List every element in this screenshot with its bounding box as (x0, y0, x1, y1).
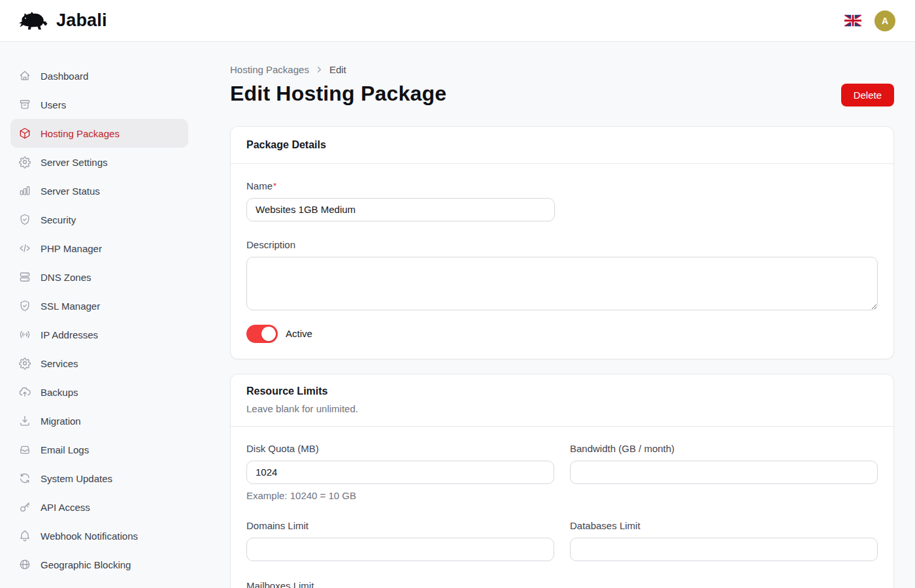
key-icon (18, 500, 31, 514)
sidebar-item-dashboard[interactable]: Dashboard (10, 61, 188, 90)
shield-check-icon (18, 213, 31, 226)
domains-limit-label: Domains Limit (246, 519, 554, 532)
sidebar-nav: DashboardUsersHosting PackagesServer Set… (0, 42, 199, 588)
resource-limits-subtitle: Leave blank for unlimited. (246, 402, 878, 416)
databases-limit-field: Databases Limit (570, 519, 878, 561)
sidebar-item-label: Security (41, 214, 76, 225)
mailboxes-limit-label: Mailboxes Limit (246, 580, 554, 588)
sidebar-item-services[interactable]: Services (10, 349, 188, 378)
toggle-knob-icon (261, 327, 276, 341)
bandwidth-label: Bandwidth (GB / month) (570, 442, 878, 455)
refresh-icon (18, 472, 31, 485)
sidebar-item-label: Backups (41, 387, 78, 398)
inbox-icon (18, 443, 31, 456)
name-input[interactable] (246, 198, 555, 221)
sidebar-item-label: Migration (41, 416, 81, 427)
archive-icon (18, 98, 31, 111)
sidebar-item-label: Server Status (41, 186, 100, 197)
uk-flag-icon[interactable] (844, 14, 861, 27)
sidebar-item-label: Geographic Blocking (41, 559, 131, 570)
broadcast-icon (18, 328, 31, 341)
chevron-right-icon (314, 65, 324, 74)
gear-icon (18, 155, 31, 169)
mailboxes-limit-field: Mailboxes Limit (246, 580, 554, 588)
sidebar-item-ip-addresses[interactable]: IP Addresses (10, 320, 188, 349)
shield-check-icon (18, 299, 31, 312)
disk-quota-field: Disk Quota (MB) Example: 10240 = 10 GB (246, 442, 554, 501)
databases-limit-input[interactable] (570, 538, 878, 561)
breadcrumb: Hosting Packages Edit (230, 64, 894, 75)
disk-quota-label: Disk Quota (MB) (246, 442, 554, 455)
home-icon (18, 69, 31, 82)
page-title: Edit Hosting Package (230, 80, 446, 108)
domains-limit-field: Domains Limit (246, 519, 554, 561)
package-icon (18, 127, 31, 140)
user-avatar[interactable]: A (874, 10, 895, 31)
active-toggle[interactable] (246, 325, 278, 343)
globe-icon (18, 558, 31, 571)
sidebar-item-users[interactable]: Users (10, 90, 188, 119)
sidebar-item-label: Dashboard (41, 71, 88, 82)
boar-icon (18, 8, 51, 33)
sidebar-item-api-access[interactable]: API Access (10, 493, 188, 521)
sidebar-item-webhook-notifications[interactable]: Webhook Notifications (10, 521, 188, 550)
top-header: Jabali A (0, 0, 915, 42)
sidebar-item-geographic-blocking[interactable]: Geographic Blocking (10, 550, 188, 579)
sidebar-item-label: Services (41, 358, 78, 369)
bell-icon (18, 529, 31, 542)
sidebar-item-label: System Updates (41, 473, 112, 484)
download-icon (18, 414, 31, 427)
breadcrumb-parent[interactable]: Hosting Packages (230, 64, 309, 75)
sidebar-item-ssl-manager[interactable]: SSL Manager (10, 291, 188, 320)
server-stack-icon (18, 270, 31, 284)
active-toggle-label: Active (286, 328, 312, 339)
disk-quota-input[interactable] (246, 461, 554, 484)
domains-limit-input[interactable] (246, 538, 554, 561)
sidebar-item-system-updates[interactable]: System Updates (10, 464, 188, 493)
code-icon (18, 242, 31, 255)
sidebar-item-server-settings[interactable]: Server Settings (10, 148, 188, 176)
sidebar-item-label: IP Addresses (41, 329, 98, 340)
sidebar-item-dns-zones[interactable]: DNS Zones (10, 263, 188, 291)
sidebar-item-label: PHP Manager (41, 243, 102, 254)
sidebar-item-label: Server Settings (41, 157, 108, 168)
sidebar-item-hosting-packages[interactable]: Hosting Packages (10, 119, 188, 148)
package-details-card: Package Details Name* Description (230, 126, 894, 359)
sidebar-item-label: DNS Zones (41, 272, 92, 283)
sidebar-item-security[interactable]: Security (10, 205, 188, 234)
cloud-upload-icon (18, 385, 31, 399)
gear-icon (18, 357, 31, 370)
sidebar-item-label: Users (41, 99, 66, 110)
disk-quota-hint: Example: 10240 = 10 GB (246, 491, 554, 501)
sidebar-item-email-logs[interactable]: Email Logs (10, 435, 188, 464)
description-label: Description (246, 238, 878, 252)
chart-bars-icon (18, 184, 31, 197)
brand-logo[interactable]: Jabali (18, 8, 107, 33)
required-mark: * (273, 181, 276, 191)
sidebar-item-backups[interactable]: Backups (10, 378, 188, 406)
delete-button[interactable]: Delete (841, 84, 894, 106)
name-label: Name* (246, 180, 878, 193)
package-details-title: Package Details (246, 137, 878, 153)
resource-limits-card: Resource Limits Leave blank for unlimite… (230, 374, 894, 588)
sidebar-item-migration[interactable]: Migration (10, 406, 188, 435)
sidebar-item-label: Webhook Notifications (41, 531, 138, 542)
bandwidth-field: Bandwidth (GB / month) (570, 442, 878, 484)
breadcrumb-current: Edit (329, 64, 346, 75)
sidebar-item-label: API Access (41, 502, 90, 513)
description-input[interactable] (246, 257, 878, 310)
sidebar-item-label: Email Logs (41, 444, 89, 455)
databases-limit-label: Databases Limit (570, 519, 878, 532)
sidebar-item-server-status[interactable]: Server Status (10, 176, 188, 205)
bandwidth-input[interactable] (570, 461, 878, 484)
sidebar-item-label: SSL Manager (41, 301, 100, 312)
main-content: Hosting Packages Edit Edit Hosting Packa… (199, 42, 915, 588)
sidebar-item-php-manager[interactable]: PHP Manager (10, 234, 188, 263)
brand-name: Jabali (56, 10, 107, 31)
resource-limits-title: Resource Limits (246, 384, 878, 399)
sidebar-item-label: Hosting Packages (41, 128, 120, 139)
